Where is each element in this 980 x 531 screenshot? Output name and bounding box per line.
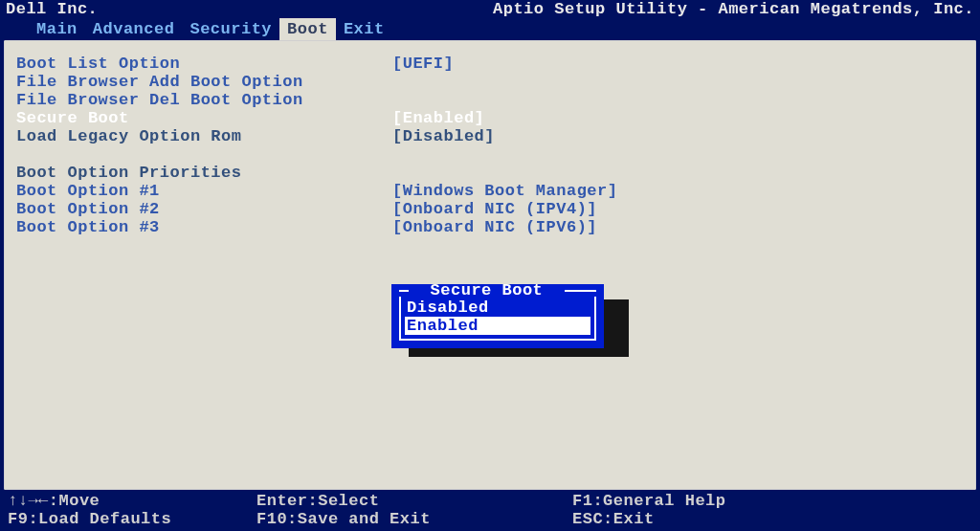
- footer-move: ↑↓→←:Move: [8, 492, 256, 510]
- bios-menubar: Main Advanced Security Boot Exit: [0, 18, 980, 40]
- boot-option-1-label: Boot Option #1: [16, 182, 392, 200]
- bios-footer: ↑↓→←:Move Enter:Select F1:General Help F…: [0, 490, 980, 528]
- popup-option-disabled[interactable]: Disabled: [405, 299, 590, 317]
- load-legacy-value: [Disabled]: [392, 127, 495, 145]
- boot-option-3-row[interactable]: Boot Option #3 [Onboard NIC (IPV6)]: [16, 218, 968, 236]
- boot-option-2-value: [Onboard NIC (IPV4)]: [392, 200, 597, 218]
- utility-label: Aptio Setup Utility - American Megatrend…: [493, 0, 974, 18]
- priorities-title: Boot Option Priorities: [16, 164, 392, 182]
- load-legacy-label: Load Legacy Option Rom: [16, 127, 392, 145]
- footer-f9: F9:Load Defaults: [8, 510, 256, 528]
- menu-advanced[interactable]: Advanced: [85, 18, 183, 40]
- boot-option-3-value: [Onboard NIC (IPV6)]: [392, 218, 597, 236]
- boot-option-2-row[interactable]: Boot Option #2 [Onboard NIC (IPV4)]: [16, 200, 968, 218]
- file-browser-add-row[interactable]: File Browser Add Boot Option: [16, 73, 968, 91]
- boot-list-option-label: Boot List Option: [16, 55, 392, 73]
- load-legacy-row[interactable]: Load Legacy Option Rom [Disabled]: [16, 127, 968, 145]
- menu-security[interactable]: Security: [182, 18, 279, 40]
- vendor-label: Dell Inc.: [6, 0, 98, 18]
- secure-boot-row[interactable]: Secure Boot [Enabled]: [16, 109, 968, 127]
- boot-list-option-row[interactable]: Boot List Option [UEFI]: [16, 55, 968, 73]
- footer-f10: F10:Save and Exit: [256, 510, 572, 528]
- menu-boot[interactable]: Boot: [279, 18, 336, 40]
- boot-option-1-row[interactable]: Boot Option #1 [Windows Boot Manager]: [16, 182, 968, 200]
- file-browser-del-row[interactable]: File Browser Del Boot Option: [16, 91, 968, 109]
- popup-title: Secure Boot: [416, 281, 557, 299]
- bios-titlebar: Dell Inc. Aptio Setup Utility - American…: [0, 0, 980, 18]
- footer-f1: F1:General Help: [572, 492, 972, 510]
- boot-list-option-value: [UEFI]: [392, 55, 454, 73]
- boot-option-2-label: Boot Option #2: [16, 200, 392, 218]
- priorities-title-row: Boot Option Priorities: [16, 164, 968, 182]
- file-browser-del-label: File Browser Del Boot Option: [16, 91, 392, 109]
- file-browser-add-label: File Browser Add Boot Option: [16, 73, 392, 91]
- secure-boot-value: [Enabled]: [392, 109, 484, 127]
- footer-enter: Enter:Select: [256, 492, 572, 510]
- boot-option-3-label: Boot Option #3: [16, 218, 392, 236]
- popup-option-enabled[interactable]: Enabled: [405, 317, 590, 335]
- arrow-keys-icon: ↑↓→←: [8, 492, 49, 510]
- secure-boot-popup: Secure Boot Disabled Enabled: [391, 284, 604, 348]
- menu-main[interactable]: Main: [29, 18, 85, 40]
- menu-exit[interactable]: Exit: [336, 18, 392, 40]
- boot-option-1-value: [Windows Boot Manager]: [392, 182, 617, 200]
- content-panel: Boot List Option [UEFI] File Browser Add…: [4, 40, 976, 490]
- footer-esc: ESC:Exit: [572, 510, 972, 528]
- secure-boot-label: Secure Boot: [16, 109, 392, 127]
